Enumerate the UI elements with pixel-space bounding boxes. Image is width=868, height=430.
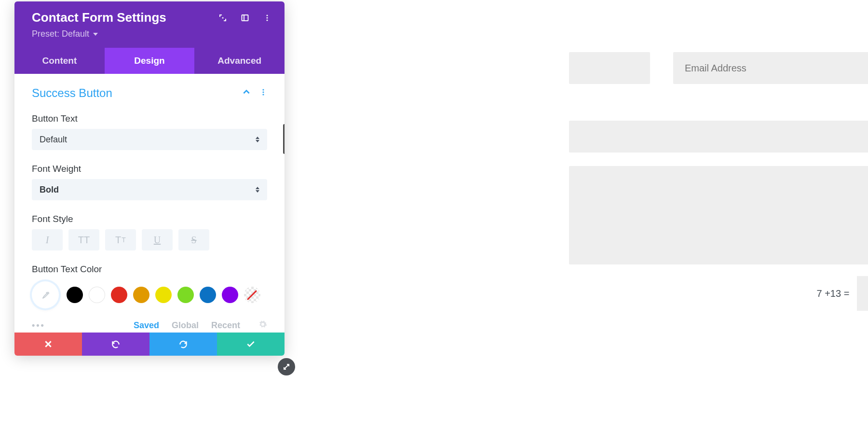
swatch-green[interactable] [177,287,194,303]
panel-header-actions [218,13,272,23]
form-preview: 7 +13 = Submit the Form [285,0,854,52]
palette-more-icon[interactable]: ••• [32,320,45,331]
captcha-question: 7 +13 = [816,288,849,299]
captcha-row: 7 +13 = Submit the Form [569,276,868,311]
panel-header: Contact Form Settings [14,1,285,74]
panel-body: Success Button Button Text Default Font … [14,74,285,333]
group-kebab-icon[interactable] [259,88,267,98]
undo-button[interactable] [82,333,149,356]
panel-footer [14,333,285,356]
svg-rect-1 [242,15,248,21]
panel-title: Contact Form Settings [32,10,166,25]
swatch-purple[interactable] [222,287,238,303]
swatch-white[interactable] [89,287,105,303]
svg-point-6 [262,89,264,90]
name-field-stub[interactable] [569,52,650,84]
swatch-orange[interactable] [133,287,149,303]
close-button[interactable] [14,333,82,356]
svg-point-7 [262,91,264,93]
italic-button[interactable]: I [32,229,63,250]
swatch-blue[interactable] [200,287,216,303]
snap-panel-icon[interactable] [240,13,250,23]
group-success-button[interactable]: Success Button [32,86,112,100]
palette-tab-row: ••• Saved Global Recent [32,320,267,331]
palette-gear-icon[interactable] [258,320,267,331]
font-weight-value: Bold [40,185,59,195]
kebab-menu-icon[interactable] [262,13,272,23]
palette-tab-recent[interactable]: Recent [211,320,240,331]
svg-point-4 [266,17,268,18]
subject-field[interactable] [569,121,868,153]
svg-point-3 [266,14,268,16]
svg-point-8 [262,94,264,95]
palette-tab-saved[interactable]: Saved [134,320,159,331]
captcha-answer-field[interactable] [857,276,868,311]
label-font-weight: Font Weight [32,164,267,174]
palette-tab-global[interactable]: Global [172,320,199,331]
redo-button[interactable] [149,333,217,356]
collapse-caret-icon[interactable] [242,88,251,98]
message-field[interactable] [569,166,868,264]
expand-icon[interactable] [218,13,228,23]
label-button-text: Button Text [32,113,267,124]
label-font-style: Font Style [32,214,267,224]
font-weight-select[interactable]: Bold [32,179,267,200]
strikethrough-button[interactable]: S [178,229,209,250]
preset-label: Preset: Default [32,29,89,39]
uppercase-button[interactable]: TT [68,229,99,250]
button-text-select[interactable]: Default [32,129,267,150]
save-button[interactable] [217,333,285,356]
resize-handle[interactable] [278,358,295,375]
smallcaps-button[interactable]: TT [105,229,136,250]
svg-point-0 [222,17,224,18]
button-text-value: Default [40,135,67,145]
caret-down-icon [93,33,98,36]
swatch-red[interactable] [111,287,127,303]
settings-panel: Contact Form Settings [14,1,285,356]
swatch-black[interactable] [67,287,83,303]
label-button-text-color: Button Text Color [32,264,267,275]
color-picker-button[interactable] [32,281,59,308]
tab-design[interactable]: Design [105,48,195,74]
tab-advanced[interactable]: Advanced [194,48,285,74]
email-field[interactable] [673,52,868,84]
preset-dropdown[interactable]: Preset: Default [32,29,272,39]
select-carets-icon [256,187,259,193]
tab-content[interactable]: Content [14,48,105,74]
select-carets-icon [256,137,259,142]
swatch-yellow[interactable] [155,287,172,303]
svg-point-5 [266,19,268,21]
swatch-transparent[interactable] [244,287,260,303]
underline-button[interactable]: U [142,229,173,250]
